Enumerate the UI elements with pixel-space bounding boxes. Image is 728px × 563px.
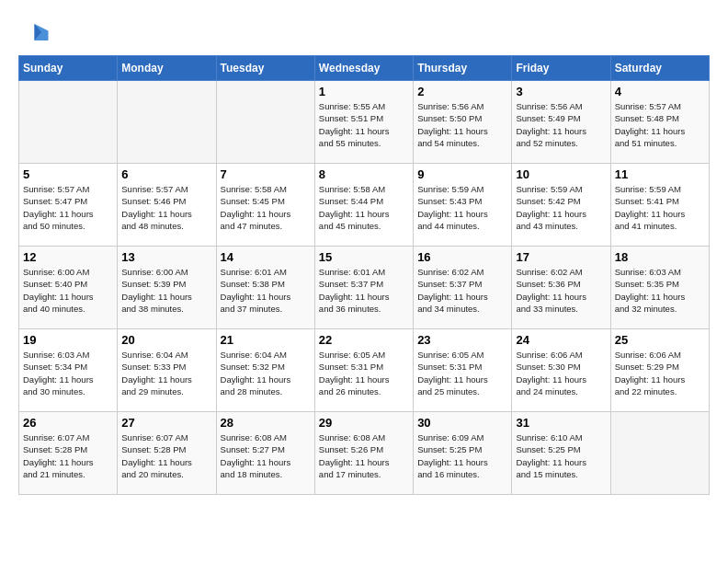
day-info: Sunrise: 6:07 AM Sunset: 5:28 PM Dayligh… xyxy=(121,431,211,480)
day-number: 6 xyxy=(121,167,211,181)
calendar-week-4: 19Sunrise: 6:03 AM Sunset: 5:34 PM Dayli… xyxy=(19,329,710,412)
day-number: 10 xyxy=(516,167,606,181)
day-info: Sunrise: 5:58 AM Sunset: 5:45 PM Dayligh… xyxy=(221,183,311,232)
calendar-week-5: 26Sunrise: 6:07 AM Sunset: 5:28 PM Dayli… xyxy=(19,412,710,495)
calendar-cell: 5Sunrise: 5:57 AM Sunset: 5:47 PM Daylig… xyxy=(19,164,118,247)
calendar-cell: 28Sunrise: 6:08 AM Sunset: 5:27 PM Dayli… xyxy=(216,412,314,495)
calendar-week-3: 12Sunrise: 6:00 AM Sunset: 5:40 PM Dayli… xyxy=(19,247,710,329)
logo-icon xyxy=(22,18,50,46)
calendar-cell: 8Sunrise: 5:58 AM Sunset: 5:44 PM Daylig… xyxy=(314,164,413,247)
day-number: 24 xyxy=(516,333,606,347)
calendar-cell: 9Sunrise: 5:59 AM Sunset: 5:43 PM Daylig… xyxy=(414,164,512,247)
day-info: Sunrise: 6:04 AM Sunset: 5:33 PM Dayligh… xyxy=(121,349,211,397)
calendar-cell xyxy=(19,81,118,164)
calendar-cell: 19Sunrise: 6:03 AM Sunset: 5:34 PM Dayli… xyxy=(19,329,118,412)
day-number: 21 xyxy=(221,333,311,347)
day-info: Sunrise: 6:05 AM Sunset: 5:31 PM Dayligh… xyxy=(319,349,409,397)
day-info: Sunrise: 5:59 AM Sunset: 5:43 PM Dayligh… xyxy=(417,183,507,232)
day-info: Sunrise: 6:06 AM Sunset: 5:29 PM Dayligh… xyxy=(615,349,705,397)
calendar-cell: 6Sunrise: 5:57 AM Sunset: 5:46 PM Daylig… xyxy=(118,164,216,247)
day-info: Sunrise: 5:57 AM Sunset: 5:48 PM Dayligh… xyxy=(615,100,705,149)
calendar-cell: 10Sunrise: 5:59 AM Sunset: 5:42 PM Dayli… xyxy=(512,164,610,247)
calendar-cell: 24Sunrise: 6:06 AM Sunset: 5:30 PM Dayli… xyxy=(512,329,610,412)
day-number: 7 xyxy=(221,167,311,181)
day-info: Sunrise: 5:57 AM Sunset: 5:46 PM Dayligh… xyxy=(121,183,211,232)
calendar-cell: 1Sunrise: 5:55 AM Sunset: 5:51 PM Daylig… xyxy=(314,81,413,164)
day-info: Sunrise: 6:03 AM Sunset: 5:34 PM Dayligh… xyxy=(23,349,113,397)
day-number: 17 xyxy=(516,250,606,264)
day-info: Sunrise: 6:07 AM Sunset: 5:28 PM Dayligh… xyxy=(23,431,113,480)
day-number: 12 xyxy=(23,250,113,264)
calendar-cell: 31Sunrise: 6:10 AM Sunset: 5:25 PM Dayli… xyxy=(512,412,610,495)
day-info: Sunrise: 6:09 AM Sunset: 5:25 PM Dayligh… xyxy=(417,431,507,480)
calendar-cell: 17Sunrise: 6:02 AM Sunset: 5:36 PM Dayli… xyxy=(512,247,610,329)
weekday-header-row: SundayMondayTuesdayWednesdayThursdayFrid… xyxy=(19,56,710,81)
day-number: 26 xyxy=(23,416,113,430)
calendar-cell: 12Sunrise: 6:00 AM Sunset: 5:40 PM Dayli… xyxy=(19,247,118,329)
day-number: 11 xyxy=(615,167,705,181)
calendar-cell: 7Sunrise: 5:58 AM Sunset: 5:45 PM Daylig… xyxy=(216,164,314,247)
day-info: Sunrise: 5:55 AM Sunset: 5:51 PM Dayligh… xyxy=(319,100,409,149)
calendar-cell: 20Sunrise: 6:04 AM Sunset: 5:33 PM Dayli… xyxy=(118,329,216,412)
calendar-week-1: 1Sunrise: 5:55 AM Sunset: 5:51 PM Daylig… xyxy=(19,81,710,164)
calendar-cell: 25Sunrise: 6:06 AM Sunset: 5:29 PM Dayli… xyxy=(610,329,709,412)
day-info: Sunrise: 5:56 AM Sunset: 5:49 PM Dayligh… xyxy=(516,100,606,149)
calendar-cell: 27Sunrise: 6:07 AM Sunset: 5:28 PM Dayli… xyxy=(118,412,216,495)
day-number: 28 xyxy=(221,416,311,430)
logo xyxy=(18,18,50,46)
day-info: Sunrise: 6:06 AM Sunset: 5:30 PM Dayligh… xyxy=(516,349,606,397)
calendar-cell: 26Sunrise: 6:07 AM Sunset: 5:28 PM Dayli… xyxy=(19,412,118,495)
day-number: 3 xyxy=(516,85,606,98)
calendar-cell xyxy=(216,81,314,164)
calendar-cell: 14Sunrise: 6:01 AM Sunset: 5:38 PM Dayli… xyxy=(216,247,314,329)
day-number: 1 xyxy=(319,85,409,98)
day-info: Sunrise: 5:57 AM Sunset: 5:47 PM Dayligh… xyxy=(23,183,113,232)
calendar-week-2: 5Sunrise: 5:57 AM Sunset: 5:47 PM Daylig… xyxy=(19,164,710,247)
day-number: 5 xyxy=(23,167,113,181)
day-number: 14 xyxy=(221,250,311,264)
calendar-cell: 18Sunrise: 6:03 AM Sunset: 5:35 PM Dayli… xyxy=(610,247,709,329)
day-info: Sunrise: 6:03 AM Sunset: 5:35 PM Dayligh… xyxy=(615,266,705,315)
day-info: Sunrise: 6:00 AM Sunset: 5:39 PM Dayligh… xyxy=(121,266,211,315)
day-number: 25 xyxy=(615,333,705,347)
day-number: 30 xyxy=(417,416,507,430)
day-info: Sunrise: 5:56 AM Sunset: 5:50 PM Dayligh… xyxy=(417,100,507,149)
weekday-header-friday: Friday xyxy=(512,56,610,81)
calendar-cell: 16Sunrise: 6:02 AM Sunset: 5:37 PM Dayli… xyxy=(414,247,512,329)
weekday-header-tuesday: Tuesday xyxy=(216,56,314,81)
calendar-cell: 23Sunrise: 6:05 AM Sunset: 5:31 PM Dayli… xyxy=(414,329,512,412)
day-number: 29 xyxy=(319,416,409,430)
calendar-cell: 22Sunrise: 6:05 AM Sunset: 5:31 PM Dayli… xyxy=(314,329,413,412)
calendar-cell: 2Sunrise: 5:56 AM Sunset: 5:50 PM Daylig… xyxy=(414,81,512,164)
weekday-header-wednesday: Wednesday xyxy=(314,56,413,81)
day-info: Sunrise: 6:02 AM Sunset: 5:36 PM Dayligh… xyxy=(516,266,606,315)
day-number: 8 xyxy=(319,167,409,181)
day-info: Sunrise: 5:59 AM Sunset: 5:41 PM Dayligh… xyxy=(615,183,705,232)
weekday-header-thursday: Thursday xyxy=(414,56,512,81)
calendar-cell: 4Sunrise: 5:57 AM Sunset: 5:48 PM Daylig… xyxy=(610,81,709,164)
calendar-cell: 3Sunrise: 5:56 AM Sunset: 5:49 PM Daylig… xyxy=(512,81,610,164)
calendar-cell: 15Sunrise: 6:01 AM Sunset: 5:37 PM Dayli… xyxy=(314,247,413,329)
day-number: 18 xyxy=(615,250,705,264)
calendar-cell xyxy=(118,81,216,164)
day-number: 22 xyxy=(319,333,409,347)
calendar-cell: 29Sunrise: 6:08 AM Sunset: 5:26 PM Dayli… xyxy=(314,412,413,495)
day-info: Sunrise: 6:08 AM Sunset: 5:27 PM Dayligh… xyxy=(221,431,311,480)
day-number: 31 xyxy=(516,416,606,430)
day-number: 13 xyxy=(121,250,211,264)
day-info: Sunrise: 6:01 AM Sunset: 5:38 PM Dayligh… xyxy=(221,266,311,315)
day-number: 4 xyxy=(615,85,705,98)
day-info: Sunrise: 5:58 AM Sunset: 5:44 PM Dayligh… xyxy=(319,183,409,232)
calendar-cell: 21Sunrise: 6:04 AM Sunset: 5:32 PM Dayli… xyxy=(216,329,314,412)
day-info: Sunrise: 6:01 AM Sunset: 5:37 PM Dayligh… xyxy=(319,266,409,315)
day-number: 2 xyxy=(417,85,507,98)
day-number: 19 xyxy=(23,333,113,347)
weekday-header-monday: Monday xyxy=(118,56,216,81)
day-info: Sunrise: 6:02 AM Sunset: 5:37 PM Dayligh… xyxy=(417,266,507,315)
day-number: 27 xyxy=(121,416,211,430)
day-number: 23 xyxy=(417,333,507,347)
day-info: Sunrise: 6:05 AM Sunset: 5:31 PM Dayligh… xyxy=(417,349,507,397)
day-number: 16 xyxy=(417,250,507,264)
calendar-table: SundayMondayTuesdayWednesdayThursdayFrid… xyxy=(18,55,710,495)
day-number: 20 xyxy=(121,333,211,347)
